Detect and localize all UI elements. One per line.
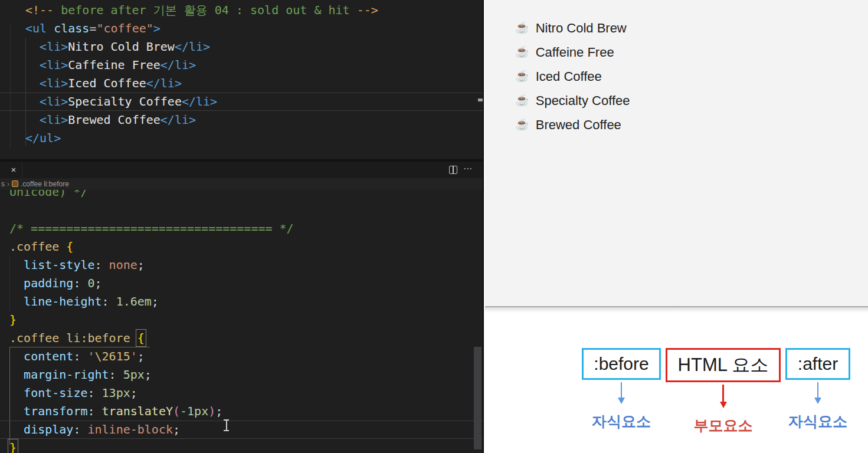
code-line[interactable]: font-size: 13px;: [0, 384, 483, 402]
diagram-box-parent: HTML 요소: [666, 348, 781, 382]
breadcrumb-symbol[interactable]: .coffee li:before: [21, 180, 69, 188]
chevron-right-icon: ›: [7, 180, 9, 188]
split-editor-icon[interactable]: [449, 166, 457, 174]
overview-ruler-mark: [478, 99, 483, 101]
mouse-ibeam-cursor: [223, 419, 230, 432]
list-item-label: Nitro Cold Brew: [536, 16, 627, 40]
down-arrow-icon: [814, 382, 821, 404]
code-line[interactable]: <ul class="coffee">: [0, 19, 483, 38]
down-arrow-icon: [720, 385, 727, 408]
code-line[interactable]: transform: translateY(-1px);: [0, 402, 483, 421]
list-item-label: Iced Coffee: [536, 64, 602, 88]
code-line[interactable]: .coffee {: [0, 238, 483, 256]
list-item-label: Caffeine Free: [536, 40, 614, 64]
diagram-box-child: :after: [785, 348, 850, 380]
diagram-column: :before자식요소: [582, 348, 661, 431]
code-line[interactable]: </ul>: [0, 129, 483, 147]
code-line[interactable]: <li>Brewed Coffee</li>: [0, 111, 483, 129]
list-item: ☕Iced Coffee: [515, 64, 630, 88]
diagram-caption: 자식요소: [788, 412, 847, 431]
code-line[interactable]: <li>Nitro Cold Brew</li>: [0, 38, 483, 56]
down-arrow-icon: [618, 382, 625, 404]
code-line[interactable]: <li>Specialty Coffee</li>: [0, 93, 483, 111]
preview-top-panel: ☕Nitro Cold Brew☕Caffeine Free☕Iced Coff…: [485, 0, 868, 306]
code-line[interactable]: }: [0, 311, 483, 329]
preview-divider-shadow: [485, 307, 868, 313]
diagram-box-child: :before: [582, 348, 661, 380]
list-item: ☕Caffeine Free: [515, 40, 630, 64]
code-line[interactable]: <li>Iced Coffee</li>: [0, 74, 483, 93]
diagram-column: HTML 요소부모요소: [666, 348, 781, 435]
coffee-cup-icon: ☕: [515, 88, 529, 112]
code-line[interactable]: <li>Caffeine Free</li>: [0, 56, 483, 74]
diagram-column: :after자식요소: [785, 348, 850, 431]
coffee-cup-icon: ☕: [515, 64, 529, 88]
diagram-caption: 자식요소: [592, 412, 651, 431]
coffee-list: ☕Nitro Cold Brew☕Caffeine Free☕Iced Coff…: [515, 16, 630, 137]
breadcrumb: s›.coffee li:before: [0, 178, 483, 190]
more-actions-icon[interactable]: ⋯: [463, 163, 473, 174]
list-item: ☕Nitro Cold Brew: [515, 16, 630, 40]
code-line[interactable]: .coffee li:before {: [0, 329, 483, 347]
code-line[interactable]: margin-right: 5px;: [0, 366, 483, 384]
coffee-cup-icon: ☕: [515, 112, 529, 136]
list-item-label: Brewed Coffee: [536, 113, 621, 137]
code-line[interactable]: }: [0, 439, 483, 453]
coffee-cup-icon: ☕: [515, 15, 529, 40]
tab-close-icon[interactable]: ×: [8, 164, 19, 176]
coffee-cup-icon: ☕: [515, 40, 529, 64]
tab-edge: [22, 162, 22, 178]
code-line[interactable]: <!-- before after 기본 활용 04 : sold out & …: [0, 1, 483, 19]
code-line[interactable]: display: inline-block;: [0, 421, 483, 439]
pseudo-element-diagram: :before자식요소HTML 요소부모요소:after자식요소: [582, 348, 850, 435]
breadcrumb-folder[interactable]: s: [1, 180, 5, 188]
code-line[interactable]: line-height: 1.6em;: [0, 293, 483, 311]
list-item: ☕Brewed Coffee: [515, 113, 630, 137]
css-code-pane[interactable]: Unicode) */ /* =========================…: [0, 183, 483, 453]
code-line[interactable]: content: '\2615';: [0, 347, 483, 366]
code-line[interactable]: [0, 201, 483, 219]
list-item: ☕Specialty Coffee: [515, 88, 630, 113]
html-code-pane[interactable]: <!-- before after 기본 활용 04 : sold out & …: [0, 1, 483, 147]
tab-bar: × ⋯: [0, 162, 483, 178]
list-item-label: Specialty Coffee: [536, 88, 630, 113]
css-rule-symbol-icon: [12, 180, 18, 187]
browser-preview: ☕Nitro Cold Brew☕Caffeine Free☕Iced Coff…: [483, 0, 868, 453]
editor-scrollbar[interactable]: [474, 347, 482, 449]
code-line[interactable]: list-style: none;: [0, 256, 483, 274]
diagram-caption: 부모요소: [694, 416, 753, 435]
code-line[interactable]: padding: 0;: [0, 274, 483, 293]
vscode-editor: <!-- before after 기본 활용 04 : sold out & …: [0, 0, 483, 453]
code-line[interactable]: /* ================================== */: [0, 219, 483, 238]
screen: <!-- before after 기본 활용 04 : sold out & …: [0, 0, 868, 453]
